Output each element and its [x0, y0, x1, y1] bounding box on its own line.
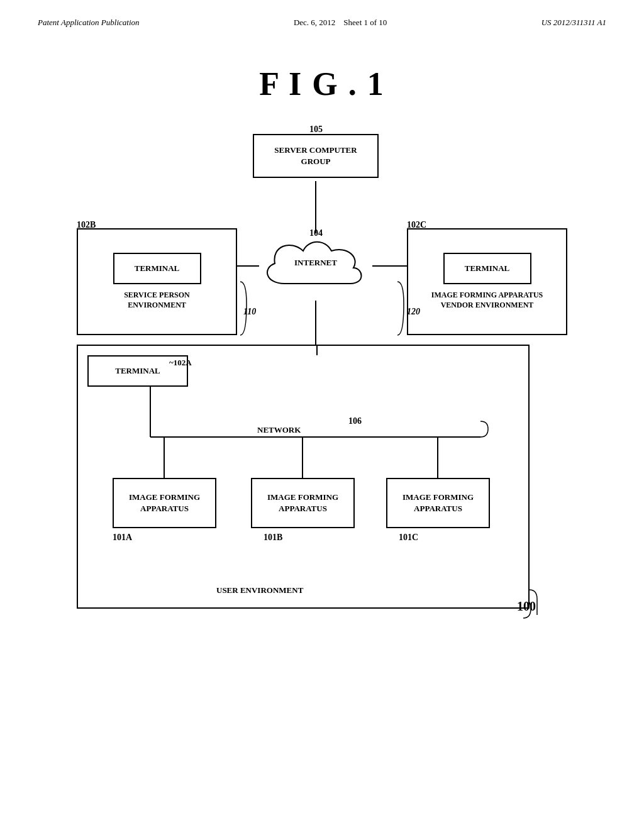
user-env-id: 100	[517, 599, 536, 614]
server-group-id: 105	[309, 124, 323, 135]
terminal-c-label: TERMINAL	[465, 263, 510, 274]
env-120-label: 120	[407, 307, 420, 317]
ifa-vendor-env-label: IMAGE FORMING APPARATUSVENDOR ENVIRONMEN…	[431, 290, 543, 310]
network-label: NETWORK	[257, 424, 301, 436]
terminal-c-inner-box: TERMINAL	[443, 253, 531, 284]
user-env-box: TERMINAL ~102A NETWORK 106 IMAGE FORMING…	[77, 345, 530, 609]
server-computer-group-box: SERVER COMPUTERGROUP	[253, 134, 379, 178]
ifb-label: IMAGE FORMINGAPPARATUS	[267, 492, 338, 514]
figure-title: F I G . 1	[0, 65, 644, 102]
ifc-box: IMAGE FORMINGAPPARATUS	[386, 478, 490, 528]
terminal-b-inner-box: TERMINAL	[113, 253, 201, 284]
header-center: Dec. 6, 2012 Sheet 1 of 10	[294, 18, 387, 28]
ifb-id: 101B	[264, 531, 282, 544]
ifa-id: 101A	[113, 531, 132, 544]
env-110-label: 110	[243, 307, 256, 317]
terminal-c-outer-box: TERMINAL IMAGE FORMING APPARATUSVENDOR E…	[407, 228, 567, 335]
ifc-id: 101C	[399, 531, 418, 544]
diagram: SERVER COMPUTERGROUP 105 INTERNET 104 TE…	[64, 121, 580, 637]
terminal-b-outer-box: TERMINAL SERVICE PERSONENVIRONMENT	[77, 228, 237, 335]
terminal-b-id: 102B	[77, 220, 96, 230]
ifc-label: IMAGE FORMINGAPPARATUS	[402, 492, 474, 514]
header-right: US 2012/311311 A1	[541, 18, 606, 28]
ifa-label: IMAGE FORMINGAPPARATUS	[129, 492, 200, 514]
terminal-c-id: 102C	[407, 220, 426, 230]
service-person-env-label: SERVICE PERSONENVIRONMENT	[124, 290, 190, 310]
page-header: Patent Application Publication Dec. 6, 2…	[0, 0, 644, 28]
user-env-label: USER ENVIRONMENT	[216, 585, 303, 596]
internet-cloud: INTERNET	[259, 233, 372, 302]
header-left: Patent Application Publication	[38, 18, 140, 28]
internet-id: 104	[309, 228, 323, 238]
ifb-box: IMAGE FORMINGAPPARATUS	[251, 478, 355, 528]
ifa-box: IMAGE FORMINGAPPARATUS	[113, 478, 216, 528]
internet-label: INTERNET	[278, 257, 353, 268]
terminal-a-label: TERMINAL	[115, 365, 160, 377]
terminal-a-id: ~102A	[169, 357, 192, 368]
server-group-label: SERVER COMPUTERGROUP	[274, 145, 357, 167]
network-id: 106	[348, 415, 362, 428]
terminal-b-label: TERMINAL	[135, 263, 180, 274]
